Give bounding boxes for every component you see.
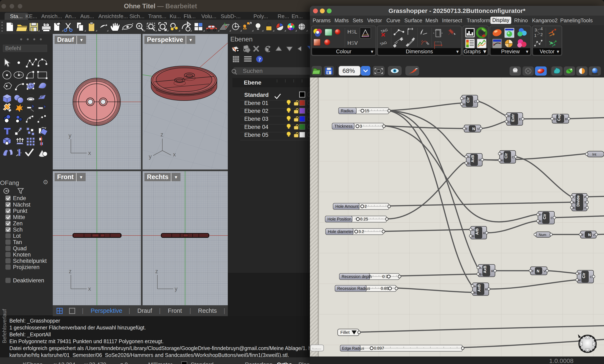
svg-text:?: ?	[258, 56, 261, 62]
svg-text:Ende: Ende	[13, 195, 26, 201]
svg-text:Hole diameter: Hole diameter	[328, 229, 353, 234]
svg-text:P: P	[584, 195, 586, 199]
svg-text:y: y	[149, 154, 152, 160]
svg-text:P: P	[579, 272, 581, 276]
svg-text:Ebene 04: Ebene 04	[244, 124, 268, 130]
svg-text:R: R	[485, 288, 487, 291]
svg-text:C: C	[551, 216, 553, 220]
svg-text:R: R	[478, 158, 481, 162]
svg-text:P: P	[463, 97, 466, 100]
svg-text:z: z	[161, 131, 164, 138]
svg-text:Recession depth: Recession depth	[342, 274, 372, 279]
svg-text:Deaktivieren: Deaktivieren	[13, 277, 44, 284]
svg-text:F: F	[532, 269, 534, 273]
svg-text:R: R	[539, 219, 542, 223]
svg-text:R: R	[501, 159, 503, 162]
svg-text:A: A	[472, 228, 474, 231]
svg-text:Quad: Quad	[13, 245, 27, 252]
svg-text:Nächst: Nächst	[13, 202, 31, 208]
svg-text:C: C	[573, 195, 576, 199]
svg-text:z: z	[69, 268, 72, 274]
svg-text:B: B	[468, 162, 470, 165]
svg-text:Knoten: Knoten	[13, 252, 31, 258]
svg-text:B: B	[565, 117, 567, 121]
svg-text:P: P	[501, 152, 503, 156]
svg-text:K: K	[573, 206, 575, 210]
svg-text:P: P	[539, 213, 541, 217]
svg-text:Int: Int	[592, 152, 596, 156]
svg-text:R: R	[491, 269, 493, 273]
svg-text:3: 3	[360, 124, 362, 129]
svg-text:TAG: TAG	[379, 40, 388, 46]
svg-text:E: E	[519, 117, 521, 121]
svg-text:A: A	[474, 284, 476, 288]
svg-text:Punkt: Punkt	[13, 208, 27, 214]
svg-text:Hole Amount: Hole Amount	[335, 204, 359, 209]
svg-text:AxB: AxB	[471, 155, 475, 162]
svg-text:68%: 68%	[342, 67, 355, 74]
svg-text:F: F	[466, 127, 468, 131]
svg-text:C: C	[512, 155, 514, 159]
svg-text:Projizieren: Projizieren	[13, 264, 40, 270]
svg-text:B: B	[508, 114, 510, 118]
svg-text:A/B: A/B	[475, 229, 479, 235]
svg-text:2: 2	[365, 204, 367, 209]
svg-text:Hole Position: Hole Position	[327, 217, 352, 221]
svg-text:Cir: Cir	[504, 153, 508, 158]
svg-text:D: D	[508, 120, 510, 124]
svg-text:x: x	[173, 151, 176, 158]
svg-text:Divide: Divide	[576, 195, 580, 206]
svg-text:Zen: Zen	[13, 220, 23, 227]
svg-text:B: B	[474, 291, 476, 294]
svg-text:R: R	[483, 231, 485, 235]
svg-text:Fillet: Fillet	[340, 330, 350, 335]
svg-text:A: A	[479, 266, 482, 270]
svg-text:0.25: 0.25	[360, 217, 368, 221]
svg-text:2: 2	[541, 32, 543, 37]
svg-text:T: T	[584, 201, 586, 204]
svg-text:Radius: Radius	[341, 109, 353, 113]
svg-text:Tan: Tan	[13, 239, 22, 245]
svg-text:AxB: AxB	[477, 284, 481, 292]
svg-text:AxB: AxB	[483, 266, 487, 273]
svg-text:Recession Radius: Recession Radius	[337, 286, 370, 291]
svg-text:C: C	[590, 275, 592, 279]
svg-text:Cir: Cir	[542, 214, 547, 219]
svg-text:Ebene 01: Ebene 01	[244, 100, 268, 106]
svg-text:C: C	[474, 100, 476, 103]
svg-text:Sch: Sch	[13, 227, 23, 233]
svg-text:Cap: Cap	[557, 114, 561, 121]
svg-text:V: V	[477, 127, 479, 131]
svg-text:F: F	[582, 233, 584, 237]
svg-text:Edge Radius: Edge Radius	[342, 346, 364, 351]
svg-text:y: y	[175, 286, 177, 292]
svg-text:x: x	[88, 150, 91, 156]
svg-text:N: N	[537, 269, 539, 273]
svg-text:R: R	[579, 279, 581, 282]
svg-text:Standard: Standard	[244, 92, 269, 98]
svg-text:z: z	[155, 268, 158, 274]
svg-text:B: B	[554, 117, 556, 121]
svg-text:A: A	[468, 155, 470, 159]
svg-text:Ebene 03: Ebene 03	[244, 116, 268, 122]
svg-text:N: N	[573, 201, 576, 204]
svg-text:B: B	[479, 273, 482, 276]
svg-text:R: R	[463, 103, 466, 106]
svg-text:Scheitelpunkt: Scheitelpunkt	[13, 258, 47, 264]
svg-text:Extr: Extr	[511, 114, 515, 122]
svg-text:HSV: HSV	[347, 40, 358, 46]
svg-text:Mitte: Mitte	[13, 214, 25, 220]
svg-text:N: N	[472, 127, 475, 131]
svg-text:V: V	[543, 269, 546, 273]
svg-text:3.2: 3.2	[358, 229, 364, 234]
svg-text:Num: Num	[539, 233, 546, 237]
svg-text:B: B	[472, 234, 474, 238]
svg-text:N: N	[588, 233, 591, 237]
svg-text:15: 15	[365, 109, 369, 113]
svg-text:3: 3	[535, 28, 537, 32]
svg-text:1: 1	[534, 33, 537, 38]
svg-text:HSL: HSL	[347, 29, 357, 35]
svg-text:Lot: Lot	[13, 233, 21, 239]
svg-text:x: x	[88, 286, 91, 292]
svg-text:Ebene 02: Ebene 02	[244, 108, 268, 114]
